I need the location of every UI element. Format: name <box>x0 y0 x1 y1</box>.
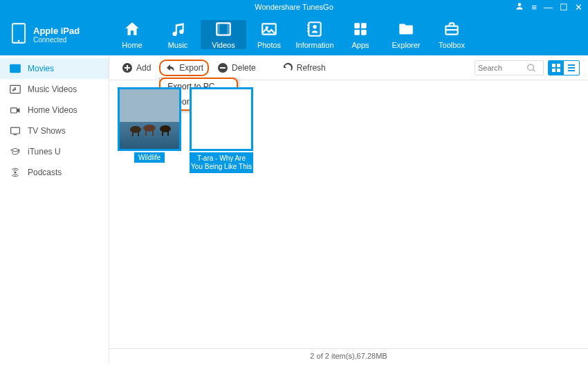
refresh-button[interactable]: Refresh <box>278 62 330 73</box>
content-grid: Wildlife T-ara - Why Are You Being Like … <box>109 80 588 348</box>
svg-line-40 <box>533 69 535 71</box>
svg-point-35 <box>14 171 16 173</box>
svg-rect-53 <box>152 129 154 136</box>
svg-point-2 <box>18 40 20 42</box>
search-box[interactable] <box>475 60 544 75</box>
svg-rect-16 <box>309 22 320 36</box>
svg-rect-18 <box>307 25 309 26</box>
svg-rect-21 <box>354 23 360 28</box>
sidebar-label: Home Videos <box>28 105 77 115</box>
svg-point-10 <box>228 25 230 26</box>
tablet-icon <box>11 23 26 46</box>
nav-toolbox-label: Toolbox <box>439 41 465 49</box>
titlebar: Wondershare TunesGo ≡ — ☐ ✕ <box>0 0 588 14</box>
video-item[interactable]: T-ara - Why Are You Being Like This <box>190 87 253 173</box>
sidebar-item-movies[interactable]: Movies <box>0 58 109 79</box>
svg-point-8 <box>218 29 219 30</box>
status-bar: 2 of 2 item(s),67.28MB <box>109 348 588 362</box>
sidebar-label: Movies <box>28 64 54 73</box>
minimize-icon[interactable]: — <box>544 2 553 12</box>
search-input[interactable] <box>478 64 526 72</box>
sidebar-label: TV Shows <box>28 126 66 136</box>
nav-information[interactable]: Information <box>292 20 338 49</box>
nav-music[interactable]: Music <box>155 20 201 49</box>
svg-rect-41 <box>552 64 555 67</box>
user-icon[interactable] <box>515 1 524 13</box>
close-icon[interactable]: ✕ <box>575 2 582 12</box>
device-status: Connected <box>33 36 80 44</box>
video-title: Wildlife <box>134 152 165 163</box>
device-box[interactable]: Apple iPad Connected <box>0 23 109 46</box>
list-view-button[interactable] <box>564 61 579 75</box>
nav-apps[interactable]: Apps <box>338 20 383 49</box>
svg-rect-31 <box>11 108 17 113</box>
sidebar-item-itunes-u[interactable]: iTunes U <box>0 141 109 162</box>
svg-rect-23 <box>354 30 360 35</box>
sidebar-item-podcasts[interactable]: Podcasts <box>0 162 109 183</box>
sidebar-item-tv-shows[interactable]: TV Shows <box>0 120 109 141</box>
svg-rect-55 <box>162 130 163 136</box>
svg-point-17 <box>313 25 316 28</box>
svg-rect-20 <box>307 30 309 32</box>
nav-photos-label: Photos <box>257 41 281 49</box>
video-item[interactable]: Wildlife <box>118 87 181 163</box>
app-title: Wondershare TunesGo <box>255 3 333 11</box>
svg-rect-49 <box>132 131 134 136</box>
export-button[interactable]: Export <box>163 62 205 73</box>
svg-point-9 <box>218 31 219 33</box>
nav-information-label: Information <box>295 41 333 49</box>
sidebar-label: iTunes U <box>28 147 61 156</box>
header: Apple iPad Connected Home Music Videos P… <box>0 14 588 55</box>
nav-home[interactable]: Home <box>109 20 155 49</box>
svg-rect-50 <box>138 131 139 136</box>
sidebar-item-home-videos[interactable]: Home Videos <box>0 100 109 120</box>
export-button-group: Export Export to PC Export to iTunes <box>159 60 209 76</box>
svg-rect-44 <box>557 69 560 72</box>
add-label: Add <box>136 63 151 73</box>
svg-rect-56 <box>167 130 169 136</box>
nav-videos[interactable]: Videos <box>201 20 246 49</box>
svg-point-0 <box>518 3 522 6</box>
video-thumbnail <box>118 87 181 151</box>
nav-home-label: Home <box>122 41 142 49</box>
nav-apps-label: Apps <box>351 41 369 49</box>
svg-rect-24 <box>361 30 367 35</box>
video-title: T-ara - Why Are You Being Like This <box>190 152 253 173</box>
nav-explorer-label: Explorer <box>392 41 421 49</box>
svg-point-12 <box>228 29 230 30</box>
view-toggle <box>548 60 580 75</box>
search-icon <box>526 63 536 73</box>
svg-rect-43 <box>552 69 555 72</box>
svg-rect-52 <box>145 129 147 136</box>
nav-photos[interactable]: Photos <box>246 20 292 49</box>
delete-button[interactable]: Delete <box>213 62 260 73</box>
toolbar: Add Export Export to PC Export to iTunes… <box>109 55 588 80</box>
nav-videos-label: Videos <box>212 41 235 49</box>
svg-rect-42 <box>557 64 560 67</box>
nav-music-label: Music <box>168 41 188 49</box>
add-button[interactable]: Add <box>118 62 155 73</box>
nav-toolbox[interactable]: Toolbox <box>429 20 475 49</box>
menu-icon[interactable]: ≡ <box>531 2 537 12</box>
grid-view-button[interactable] <box>549 61 564 75</box>
svg-rect-22 <box>361 23 367 28</box>
svg-point-54 <box>160 125 171 132</box>
sidebar: Movies Music Videos Home Videos TV Shows… <box>0 55 109 362</box>
nav-explorer[interactable]: Explorer <box>383 20 429 49</box>
svg-point-11 <box>228 27 230 28</box>
sidebar-label: Music Videos <box>28 84 77 94</box>
refresh-label: Refresh <box>297 63 326 73</box>
svg-point-13 <box>228 31 230 33</box>
svg-point-51 <box>143 125 156 132</box>
delete-label: Delete <box>232 63 256 73</box>
svg-rect-32 <box>11 127 20 134</box>
video-thumbnail <box>190 87 253 151</box>
sidebar-label: Podcasts <box>28 168 62 177</box>
sidebar-item-music-videos[interactable]: Music Videos <box>0 79 109 100</box>
svg-point-48 <box>130 126 141 133</box>
svg-rect-27 <box>10 64 20 72</box>
device-name: Apple iPad <box>33 26 80 36</box>
svg-point-39 <box>528 64 534 70</box>
maximize-icon[interactable]: ☐ <box>560 2 568 12</box>
svg-point-7 <box>218 27 219 28</box>
